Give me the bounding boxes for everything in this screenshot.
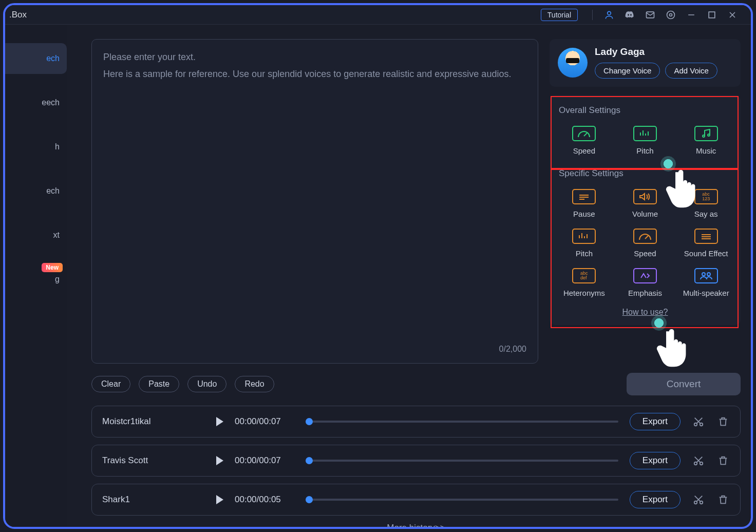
track-row: Travis Scott 00:00/00:07 Export (91, 445, 741, 477)
titlebar: .Box Tutorial (5, 5, 751, 25)
cut-icon[interactable] (692, 415, 705, 428)
tracks-list: Moistcr1tikal 00:00/00:07 Export Travis … (91, 406, 741, 516)
setting-pitch-spec[interactable]: Pitch (554, 225, 615, 263)
svg-line-22 (645, 236, 648, 239)
setting-volume[interactable]: Volume (615, 186, 676, 223)
sidebar-item-4[interactable]: xt (5, 220, 67, 251)
delete-icon[interactable] (716, 493, 730, 506)
settings-icon[interactable] (665, 9, 677, 21)
setting-music[interactable]: Music (675, 123, 736, 160)
placeholder-line2: Here is a sample for reference. Use our … (103, 67, 526, 82)
settings-panel: Overall Settings Speed Pitch (550, 95, 741, 325)
setting-sound-effect[interactable]: Sound Effect (675, 225, 736, 263)
play-icon[interactable] (216, 495, 223, 504)
char-counter: 0/2,000 (499, 343, 526, 356)
track-name: Travis Scott (102, 455, 205, 466)
sidebar: ech eech h ech xt New g (5, 25, 67, 527)
track-time: 00:00/00:05 (235, 495, 294, 505)
svg-point-2 (670, 13, 672, 16)
clear-button[interactable]: Clear (91, 376, 130, 392)
new-badge: New (42, 263, 63, 272)
svg-line-8 (584, 133, 587, 136)
music-icon (694, 126, 718, 141)
sidebar-item-2[interactable]: h (5, 131, 67, 162)
user-icon[interactable] (603, 9, 615, 21)
heteronyms-icon: abcdef (572, 268, 596, 283)
pause-icon (572, 189, 596, 204)
setting-emphasis[interactable]: Emphasis (615, 265, 676, 302)
redo-button[interactable]: Redo (235, 376, 274, 392)
minimize-icon[interactable] (685, 9, 697, 21)
track-time: 00:00/00:07 (235, 455, 294, 466)
multi-speaker-icon (694, 268, 718, 283)
placeholder-line1: Please enter your text. (103, 50, 526, 65)
change-voice-button[interactable]: Change Voice (595, 63, 660, 79)
play-icon[interactable] (216, 417, 223, 426)
sayas-icon: abc123 (694, 189, 718, 204)
export-button[interactable]: Export (630, 452, 681, 469)
maximize-icon[interactable] (706, 9, 718, 21)
delete-icon[interactable] (716, 415, 730, 428)
setting-pitch[interactable]: Pitch (615, 123, 676, 160)
progress-slider[interactable] (306, 421, 618, 423)
sidebar-item-0[interactable]: ech (5, 43, 67, 74)
voice-name: Lady Gaga (595, 46, 732, 58)
track-name: Shark1 (102, 495, 205, 505)
pitch-icon (633, 126, 657, 141)
해track-row: Moistcr1tikal 00:00/00:07 Export (91, 406, 741, 438)
voice-card: Lady Gaga Change Voice Add Voice (550, 39, 741, 87)
svg-point-14 (708, 134, 710, 136)
paste-button[interactable]: Paste (139, 376, 179, 392)
progress-slider[interactable] (306, 460, 618, 462)
svg-point-3 (667, 11, 675, 18)
svg-point-27 (707, 273, 710, 276)
how-to-use-link[interactable]: How to use? (622, 308, 668, 316)
track-name: Moistcr1tikal (102, 416, 205, 427)
close-icon[interactable] (726, 9, 739, 21)
svg-point-0 (608, 11, 611, 15)
sound-effect-icon (694, 229, 718, 244)
sidebar-item-1[interactable]: eech (5, 87, 67, 118)
export-button[interactable]: Export (630, 491, 681, 508)
overall-settings-title: Overall Settings (559, 105, 731, 116)
play-icon[interactable] (216, 456, 223, 465)
tutorial-button[interactable]: Tutorial (541, 9, 578, 21)
emphasis-icon (633, 268, 657, 283)
setting-speed-spec[interactable]: Speed (615, 225, 676, 263)
setting-multi-speaker[interactable]: Multi-speaker (675, 265, 736, 302)
setting-speed[interactable]: Speed (554, 123, 615, 160)
mail-icon[interactable] (644, 9, 656, 21)
setting-heteronyms[interactable]: abcdef Heteronyms (554, 265, 615, 302)
pitch-spec-icon (572, 229, 596, 244)
add-voice-button[interactable]: Add Voice (665, 63, 717, 79)
undo-button[interactable]: Undo (187, 376, 226, 392)
speed-icon (572, 126, 596, 141)
svg-point-26 (702, 273, 705, 276)
setting-pause[interactable]: Pause (554, 186, 615, 223)
track-time: 00:00/00:07 (235, 416, 294, 427)
avatar (558, 48, 588, 78)
svg-rect-5 (709, 12, 715, 18)
export-button[interactable]: Export (630, 413, 681, 430)
setting-sayas[interactable]: abc123 Say as (675, 186, 736, 223)
sidebar-item-3[interactable]: ech (5, 176, 67, 206)
delete-icon[interactable] (716, 454, 730, 467)
speed-spec-icon (633, 229, 657, 244)
cut-icon[interactable] (692, 454, 705, 467)
progress-slider[interactable] (306, 499, 618, 501)
discord-icon[interactable] (623, 9, 636, 21)
track-row: Shark1 00:00/00:05 Export (91, 484, 741, 516)
svg-point-13 (703, 135, 705, 137)
sidebar-item-5[interactable]: New g (5, 264, 67, 295)
more-history-link[interactable]: More history>> (91, 523, 741, 529)
volume-icon (633, 189, 657, 204)
cut-icon[interactable] (692, 493, 705, 506)
specific-settings-title: Specific Settings (559, 168, 731, 179)
text-editor[interactable]: Please enter your text. Here is a sample… (91, 39, 538, 364)
action-row: Clear Paste Undo Redo Convert (91, 373, 741, 395)
convert-button[interactable]: Convert (627, 373, 741, 395)
app-title: .Box (9, 10, 27, 20)
